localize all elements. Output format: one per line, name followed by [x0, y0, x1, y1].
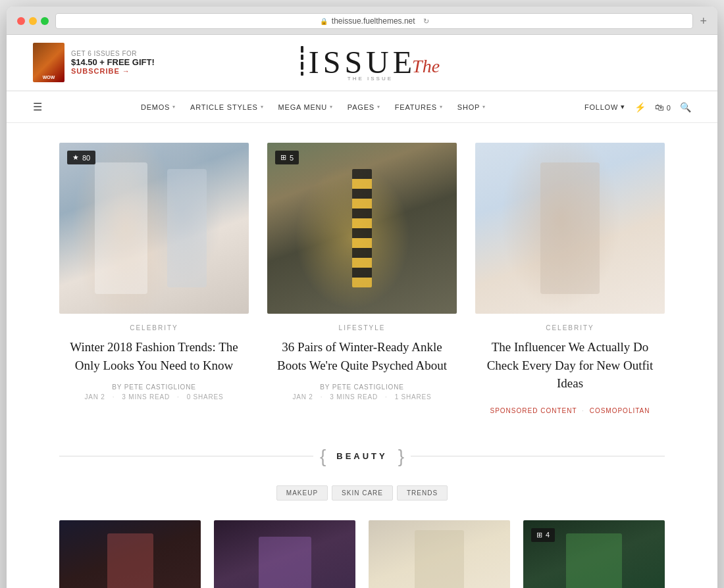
lock-icon: 🔒: [320, 18, 328, 25]
article-photo-3: [475, 143, 665, 314]
article-image-3[interactable]: [475, 143, 665, 314]
category-label-2: LIFESTYLE: [267, 324, 457, 331]
cart-count: 0: [667, 104, 671, 112]
nav-link-pages[interactable]: PAGES ▾: [341, 94, 387, 120]
logo[interactable]: ISSUE The: [301, 46, 440, 78]
nav-item-mega-menu[interactable]: MEGA MENU ▾: [272, 94, 340, 120]
article-grid: ★ 80 CELEBRITY Winter 2018 Fashion Trend…: [59, 143, 665, 414]
chevron-down-icon: ▾: [261, 104, 264, 110]
chevron-down-icon: ▾: [377, 104, 380, 110]
browser-titlebar: 🔒 theissue.fuelthemes.net ↻ +: [7, 7, 717, 35]
minimize-button[interactable]: [29, 17, 37, 25]
nav-link-shop[interactable]: SHOP ▾: [451, 94, 492, 120]
bolt-icon[interactable]: ⚡: [634, 102, 646, 112]
star-icon: ★: [72, 153, 79, 162]
browser-window: 🔒 theissue.fuelthemes.net ↻ + GET 6 ISSU…: [7, 7, 717, 588]
tag-skin-care[interactable]: SKIN CARE: [332, 485, 393, 501]
bracket-right: }: [398, 447, 404, 466]
top-banner: GET 6 ISSUES FOR $14.50 + FREE GIFT! SUB…: [7, 35, 717, 91]
hamburger-menu[interactable]: ☰: [33, 91, 42, 122]
bracket-left: {: [320, 447, 326, 466]
nav-item-features[interactable]: FEATURES ▾: [388, 94, 450, 120]
bottom-card-2[interactable]: BEAUTY, SKIN CARE, TRENDS: [214, 520, 355, 588]
article-photo-1: [59, 143, 249, 314]
nav-item-demos[interactable]: DEMOS ▾: [134, 94, 182, 120]
logo-script: The: [412, 56, 440, 77]
tag-sponsored[interactable]: SPONSORED CONTENT: [490, 407, 577, 414]
article-author-2: BY PETE CASTIGLIONE: [267, 383, 457, 391]
chevron-down-icon: ▾: [621, 103, 625, 111]
maximize-button[interactable]: [41, 17, 49, 25]
nav-item-pages[interactable]: PAGES ▾: [341, 94, 387, 120]
magazine-thumbnail: [33, 43, 65, 82]
nav-item-shop[interactable]: SHOP ▾: [451, 94, 492, 120]
logo-text: ISSUE: [309, 47, 416, 78]
nav-right: FOLLOW ▾ ⚡ 🛍 0 🔍: [584, 102, 691, 112]
gallery-icon: ⊞: [536, 531, 542, 539]
nav-item-article-styles[interactable]: ARTICLE STYLES ▾: [184, 94, 271, 120]
logo-area: ISSUE The THE ISSUE: [301, 43, 440, 82]
url-text: theissue.fuelthemes.net: [332, 16, 415, 26]
address-bar[interactable]: 🔒 theissue.fuelthemes.net ↻: [55, 13, 693, 29]
tag-trends[interactable]: TRENDS: [397, 485, 448, 501]
section-divider: { BEAUTY }: [59, 447, 665, 466]
bottom-card-3[interactable]: [369, 520, 510, 588]
cart-icon[interactable]: 🛍 0: [655, 102, 671, 112]
category-label-1: CELEBRITY: [59, 324, 249, 331]
article-author-1: BY PETE CASTIGLIONE: [59, 383, 249, 391]
chevron-down-icon: ▾: [440, 104, 443, 110]
tag-makeup[interactable]: MAKEUP: [276, 485, 328, 501]
page: GET 6 ISSUES FOR $14.50 + FREE GIFT! SUB…: [7, 35, 717, 588]
main-nav: ☰ DEMOS ▾ ARTICLE STYLES ▾ MEGA M: [7, 91, 717, 123]
article-image-2[interactable]: ⊞ 5: [267, 143, 457, 314]
divider-line-left: [59, 456, 313, 456]
gallery-icon: ⊞: [280, 153, 286, 162]
bottom-photo-4: ⊞ 4: [523, 520, 665, 588]
article-meta-1: BY PETE CASTIGLIONE JAN 2 · 3 MINS READ …: [59, 383, 249, 401]
bottom-grid: BEAUTY, SKIN CARE, TRENDS: [59, 520, 665, 588]
article-title-2[interactable]: 36 Pairs of Winter-Ready Ankle Boots We'…: [267, 338, 457, 374]
article-card-2: ⊞ 5 LIFESTYLE 36 Pairs of Winter-Ready A…: [267, 143, 457, 414]
article-details-2: JAN 2 · 3 MINS READ · 1 SHARES: [267, 393, 457, 401]
bottom-card-1[interactable]: [59, 520, 201, 588]
article-badge-2: ⊞ 5: [275, 151, 299, 164]
section-title-wrap: { BEAUTY }: [313, 447, 411, 466]
subscribe-link[interactable]: SUBSCRIBE: [71, 67, 130, 75]
divider-line-right: [411, 456, 665, 456]
nav-links: DEMOS ▾ ARTICLE STYLES ▾ MEGA MENU ▾: [134, 94, 492, 120]
article-card-1: ★ 80 CELEBRITY Winter 2018 Fashion Trend…: [59, 143, 249, 414]
banner-left: GET 6 ISSUES FOR $14.50 + FREE GIFT! SUB…: [33, 43, 155, 82]
refresh-icon[interactable]: ↻: [423, 17, 429, 26]
close-button[interactable]: [17, 17, 25, 25]
search-icon[interactable]: 🔍: [680, 102, 691, 112]
article-details-1: JAN 2 · 3 MINS READ · 0 SHARES: [59, 393, 249, 401]
article-card-3: CELEBRITY The Influencer We Actually Do …: [475, 143, 665, 414]
nav-link-mega-menu[interactable]: MEGA MENU ▾: [272, 94, 340, 120]
article-title-1[interactable]: Winter 2018 Fashion Trends: The Only Loo…: [59, 338, 249, 374]
nav-link-demos[interactable]: DEMOS ▾: [134, 94, 182, 120]
bottom-card-4[interactable]: ⊞ 4: [523, 520, 665, 588]
nav-link-features[interactable]: FEATURES ▾: [388, 94, 450, 120]
nav-link-article-styles[interactable]: ARTICLE STYLES ▾: [184, 94, 271, 120]
bottom-badge-4: ⊞ 4: [531, 528, 555, 542]
logo-bar-2: [301, 55, 303, 60]
article-title-3[interactable]: The Influencer We Actually Do Check Ever…: [475, 338, 665, 393]
article-photo-2: [267, 143, 457, 314]
follow-link[interactable]: FOLLOW ▾: [584, 103, 625, 111]
tag-cosmo[interactable]: COSMOPOLITAN: [590, 407, 650, 414]
price-label: $14.50 + FREE GIFT!: [71, 57, 155, 67]
article-tags-3: SPONSORED CONTENT · COSMOPOLITAN: [475, 407, 665, 414]
logo-bar-1: [301, 46, 303, 53]
article-meta-2: BY PETE CASTIGLIONE JAN 2 · 3 MINS READ …: [267, 383, 457, 401]
article-image-1[interactable]: ★ 80: [59, 143, 249, 314]
get-issues-label: GET 6 ISSUES FOR: [71, 50, 155, 57]
bottom-photo-1: [59, 520, 201, 588]
main-content: ★ 80 CELEBRITY Winter 2018 Fashion Trend…: [7, 123, 717, 588]
tag-separator: ·: [582, 407, 584, 414]
chevron-down-icon: ▾: [330, 104, 333, 110]
banner-text: GET 6 ISSUES FOR $14.50 + FREE GIFT! SUB…: [71, 50, 155, 75]
new-tab-button[interactable]: +: [700, 14, 707, 28]
bottom-photo-2: BEAUTY, SKIN CARE, TRENDS: [214, 520, 355, 588]
chevron-down-icon: ▾: [172, 104, 176, 110]
beauty-section-title: BEAUTY: [326, 451, 398, 461]
